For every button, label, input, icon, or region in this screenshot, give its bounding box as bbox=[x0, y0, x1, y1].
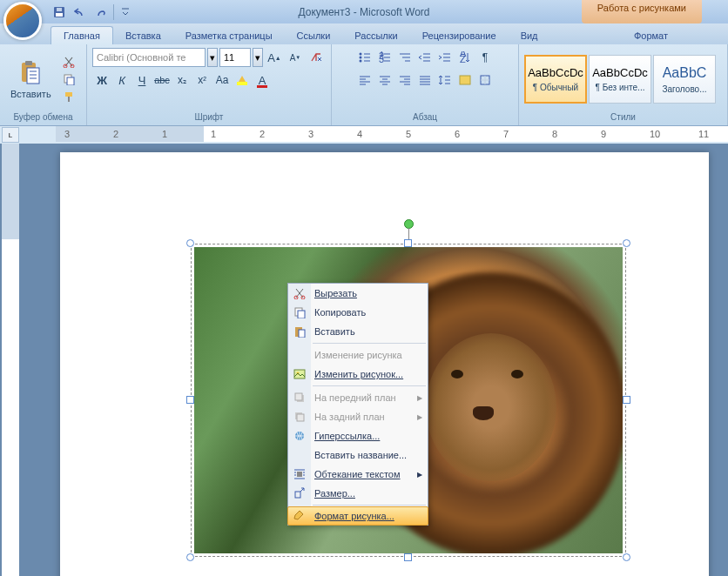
menu-paste[interactable]: Вставить bbox=[288, 322, 428, 341]
numbering-icon[interactable]: 123 bbox=[375, 48, 394, 67]
italic-icon[interactable]: К bbox=[112, 70, 131, 90]
resize-handle-se[interactable] bbox=[623, 553, 630, 561]
menu-label: Формат рисунка... bbox=[314, 511, 394, 521]
resize-handle-sw[interactable] bbox=[186, 553, 194, 561]
indent-dec-icon[interactable] bbox=[415, 48, 435, 67]
menu-copy[interactable]: Копировать bbox=[288, 303, 428, 322]
justify-icon[interactable] bbox=[415, 70, 435, 90]
menu-change-image[interactable]: Изменить рисунок... bbox=[288, 365, 428, 384]
tab-review[interactable]: Рецензирование bbox=[410, 27, 509, 44]
horizontal-ruler[interactable]: 321123456789101112 bbox=[56, 126, 728, 142]
save-icon[interactable] bbox=[51, 3, 68, 21]
grow-font-icon[interactable]: A▲ bbox=[265, 48, 284, 67]
line-spacing-icon[interactable] bbox=[435, 70, 455, 90]
align-left-icon[interactable] bbox=[355, 70, 374, 90]
ruler-tick: 2 bbox=[113, 129, 118, 139]
menu-label: Вставить название... bbox=[314, 450, 407, 460]
resize-handle-e[interactable] bbox=[623, 396, 630, 404]
font-size-dropdown-icon[interactable]: ▾ bbox=[253, 48, 263, 67]
menu-separator bbox=[313, 505, 426, 506]
underline-icon[interactable]: Ч bbox=[132, 70, 152, 90]
shading-icon[interactable] bbox=[455, 70, 475, 90]
menu-label: Вырезать bbox=[314, 288, 357, 298]
sort-icon[interactable]: AZ bbox=[455, 48, 475, 67]
svg-rect-37 bbox=[297, 472, 302, 477]
copy-icon[interactable] bbox=[60, 71, 78, 87]
lion-nose bbox=[473, 406, 494, 420]
ruler-tick: 2 bbox=[260, 129, 265, 139]
strike-icon[interactable]: abc bbox=[152, 70, 172, 90]
resize-handle-nw[interactable] bbox=[186, 239, 194, 247]
svg-point-15 bbox=[360, 57, 362, 59]
quick-access-toolbar bbox=[51, 3, 133, 21]
paste-button[interactable]: Вставить bbox=[5, 56, 57, 103]
style-sample: AaBbCcDc bbox=[592, 66, 648, 79]
paste-label: Вставить bbox=[10, 89, 51, 99]
style-no-spacing[interactable]: AaBbCcDc ¶ Без инте... bbox=[589, 55, 651, 104]
clear-format-icon[interactable] bbox=[307, 48, 326, 67]
submenu-arrow-icon: ▶ bbox=[417, 413, 422, 421]
multilevel-icon[interactable] bbox=[395, 48, 415, 67]
resize-handle-w[interactable] bbox=[186, 396, 194, 404]
indent-inc-icon[interactable] bbox=[435, 48, 455, 67]
lion-eye bbox=[511, 370, 523, 378]
pilcrow-icon[interactable]: ¶ bbox=[475, 48, 495, 67]
bullets-icon[interactable] bbox=[355, 48, 374, 67]
submenu-arrow-icon: ▶ bbox=[417, 471, 422, 479]
font-name-input[interactable]: Calibri (Основной те bbox=[92, 48, 206, 67]
menu-size[interactable]: Размер... bbox=[288, 484, 428, 503]
office-button[interactable] bbox=[3, 2, 42, 40]
cut-icon[interactable] bbox=[60, 54, 78, 70]
svg-rect-2 bbox=[57, 8, 62, 11]
menu-cut[interactable]: Вырезать bbox=[288, 284, 428, 303]
align-center-icon[interactable] bbox=[375, 70, 394, 90]
tab-home[interactable]: Главная bbox=[51, 26, 113, 44]
superscript-icon[interactable]: x² bbox=[192, 70, 212, 90]
tab-mailings[interactable]: Рассылки bbox=[342, 27, 409, 44]
tab-references[interactable]: Ссылки bbox=[285, 27, 343, 44]
font-name-dropdown-icon[interactable]: ▾ bbox=[207, 48, 218, 67]
tab-insert[interactable]: Вставка bbox=[113, 27, 173, 44]
menu-format-picture[interactable]: Формат рисунка... bbox=[287, 506, 428, 526]
submenu-arrow-icon: ▶ bbox=[417, 394, 422, 402]
menu-label: На передний план bbox=[314, 392, 396, 403]
tab-layout[interactable]: Разметка страницы bbox=[173, 27, 285, 44]
tab-format[interactable]: Формат bbox=[622, 27, 680, 44]
ruler-area: L 321123456789101112 bbox=[0, 126, 728, 144]
vertical-ruler[interactable] bbox=[2, 144, 19, 576]
style-heading1[interactable]: AaBbC Заголово... bbox=[653, 55, 716, 104]
lion-eye bbox=[451, 370, 463, 378]
subscript-icon[interactable]: x₂ bbox=[172, 70, 192, 90]
undo-icon[interactable] bbox=[71, 3, 89, 21]
font-size-input[interactable]: 11 bbox=[219, 48, 251, 67]
change-case-icon[interactable]: Aa bbox=[212, 70, 232, 90]
resize-handle-n[interactable] bbox=[404, 239, 412, 247]
highlight-icon[interactable] bbox=[233, 70, 252, 90]
menu-separator bbox=[313, 343, 426, 344]
resize-handle-s[interactable] bbox=[404, 553, 412, 561]
ruler-tick: 3 bbox=[308, 129, 313, 139]
align-right-icon[interactable] bbox=[395, 70, 415, 90]
svg-rect-5 bbox=[27, 68, 39, 84]
menu-hyperlink[interactable]: Гиперссылка... bbox=[288, 426, 428, 445]
format-painter-icon[interactable] bbox=[60, 89, 78, 104]
shrink-font-icon[interactable]: A▼ bbox=[286, 48, 305, 67]
tab-selector-icon[interactable]: L bbox=[2, 127, 19, 143]
menu-label: Размер... bbox=[314, 488, 355, 499]
svg-rect-12 bbox=[237, 82, 247, 85]
style-normal[interactable]: AaBbCcDc ¶ Обычный bbox=[524, 55, 587, 104]
svg-rect-30 bbox=[294, 370, 305, 378]
font-color-icon[interactable]: A bbox=[253, 70, 272, 90]
borders-icon[interactable] bbox=[475, 70, 495, 90]
tab-view[interactable]: Вид bbox=[509, 27, 550, 44]
menu-text-wrap[interactable]: Обтекание текстом▶ bbox=[288, 465, 428, 484]
redo-icon[interactable] bbox=[92, 3, 110, 21]
size-icon bbox=[292, 486, 307, 501]
qat-dropdown-icon[interactable] bbox=[118, 4, 133, 20]
menu-separator bbox=[313, 385, 426, 386]
menu-edit-image: Изменение рисунка bbox=[288, 345, 428, 365]
resize-handle-ne[interactable] bbox=[623, 239, 630, 247]
bold-icon[interactable]: Ж bbox=[92, 70, 111, 90]
menu-label: На задний план bbox=[314, 412, 385, 422]
menu-insert-caption[interactable]: Вставить название... bbox=[288, 445, 428, 465]
